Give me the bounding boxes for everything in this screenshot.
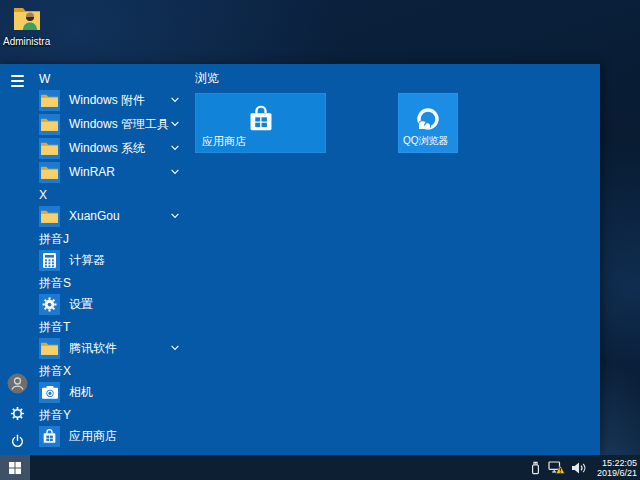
app-list-item[interactable]: 计算器 bbox=[34, 248, 190, 272]
taskbar: 15:22:05 2019/6/21 bbox=[0, 455, 640, 480]
store-icon bbox=[247, 106, 274, 133]
system-tray: 15:22:05 2019/6/21 bbox=[530, 455, 637, 480]
app-item-label: Windows 管理工具 bbox=[69, 116, 169, 133]
app-item-label: WinRAR bbox=[69, 165, 115, 179]
clock-time: 15:22:05 bbox=[597, 458, 637, 468]
chevron-down-icon[interactable] bbox=[171, 121, 179, 127]
hamburger-icon bbox=[11, 75, 24, 87]
app-list: W Windows 附件 Windows 管理工具 Windows 系统 Win… bbox=[34, 68, 190, 448]
user-account-button[interactable] bbox=[0, 366, 34, 400]
network-warning-tray-icon[interactable] bbox=[548, 461, 565, 475]
app-list-item[interactable]: WinRAR bbox=[34, 160, 190, 184]
chevron-down-icon[interactable] bbox=[171, 213, 179, 219]
app-section-header[interactable]: 拼音X bbox=[39, 362, 190, 380]
user-avatar-icon bbox=[7, 373, 28, 394]
app-section-header[interactable]: 拼音T bbox=[39, 318, 190, 336]
start-menu-rail bbox=[0, 64, 34, 455]
app-list-item[interactable]: 腾讯软件 bbox=[34, 336, 190, 360]
chevron-down-icon[interactable] bbox=[171, 145, 179, 151]
folder-icon bbox=[39, 138, 60, 159]
folder-icon bbox=[39, 90, 60, 111]
clock-date: 2019/6/21 bbox=[597, 468, 637, 478]
usb-tray-icon[interactable] bbox=[530, 461, 541, 475]
app-section-header[interactable]: W bbox=[39, 70, 190, 88]
expand-menu-button[interactable] bbox=[0, 64, 34, 98]
folder-icon bbox=[39, 162, 60, 183]
volume-tray-icon[interactable] bbox=[572, 462, 587, 474]
app-list-item[interactable]: XuanGou bbox=[34, 204, 190, 228]
app-list-item[interactable]: Windows 管理工具 bbox=[34, 112, 190, 136]
tile-area: 浏览 应用商店 QQ浏览器 bbox=[195, 64, 600, 455]
app-list-item[interactable]: 设置 bbox=[34, 292, 190, 316]
app-list-item[interactable]: Windows 系统 bbox=[34, 136, 190, 160]
chevron-down-icon[interactable] bbox=[171, 97, 179, 103]
app-item-label: 相机 bbox=[69, 384, 93, 401]
chevron-down-icon[interactable] bbox=[171, 169, 179, 175]
power-button[interactable] bbox=[0, 424, 34, 458]
app-item-label: 应用商店 bbox=[69, 428, 117, 445]
tile-label: 应用商店 bbox=[202, 134, 246, 149]
app-item-label: Windows 系统 bbox=[69, 140, 145, 157]
chevron-down-icon[interactable] bbox=[171, 345, 179, 351]
gear-icon bbox=[10, 406, 25, 421]
camera-icon bbox=[39, 382, 60, 403]
app-section-header[interactable]: X bbox=[39, 186, 190, 204]
app-item-label: Windows 附件 bbox=[69, 92, 145, 109]
tile-group-title: 浏览 bbox=[195, 70, 219, 87]
folder-icon bbox=[39, 114, 60, 135]
tile-label: QQ浏览器 bbox=[403, 134, 449, 148]
start-button[interactable] bbox=[0, 455, 30, 480]
app-item-label: 腾讯软件 bbox=[69, 340, 117, 357]
app-section-header[interactable]: 拼音Y bbox=[39, 406, 190, 424]
folder-icon bbox=[39, 338, 60, 359]
windows-logo-icon bbox=[9, 462, 21, 474]
qq-icon bbox=[413, 104, 443, 134]
start-tile[interactable]: 应用商店 bbox=[195, 93, 326, 153]
desktop-icon-label: Administra... bbox=[3, 36, 51, 47]
app-list-item[interactable]: Windows 附件 bbox=[34, 88, 190, 112]
app-item-label: XuanGou bbox=[69, 209, 120, 223]
app-section-header[interactable]: 拼音S bbox=[39, 274, 190, 292]
store-icon bbox=[39, 426, 60, 447]
start-tile[interactable]: QQ浏览器 bbox=[398, 93, 458, 153]
user-folder-icon bbox=[12, 5, 42, 31]
start-menu: W Windows 附件 Windows 管理工具 Windows 系统 Win… bbox=[0, 64, 600, 455]
app-section-header[interactable]: 拼音J bbox=[39, 230, 190, 248]
app-item-label: 设置 bbox=[69, 296, 93, 313]
app-item-label: 计算器 bbox=[69, 252, 105, 269]
folder-icon bbox=[39, 206, 60, 227]
app-list-item[interactable]: 应用商店 bbox=[34, 424, 190, 448]
settings-icon bbox=[39, 294, 60, 315]
app-list-item[interactable]: 相机 bbox=[34, 380, 190, 404]
power-icon bbox=[10, 434, 25, 449]
taskbar-clock[interactable]: 15:22:05 2019/6/21 bbox=[597, 458, 637, 478]
calculator-icon bbox=[39, 250, 60, 271]
desktop-icon-administrator[interactable]: Administra... bbox=[3, 5, 51, 47]
